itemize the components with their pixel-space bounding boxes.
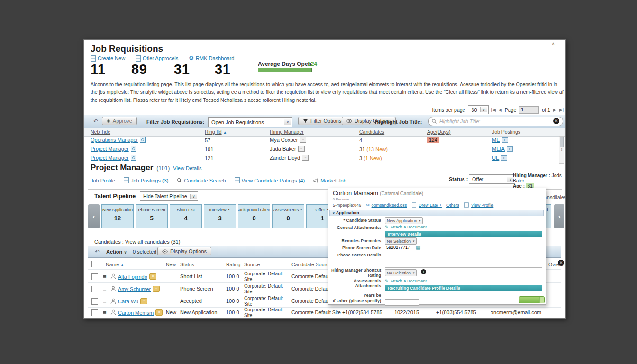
items-per-page-select[interactable]: 30 ∨ — [468, 105, 488, 114]
requisition-doc-icon[interactable] — [131, 155, 136, 161]
approve-button[interactable]: ◉ Approve — [102, 117, 137, 125]
pipeline-stage-short-list[interactable]: Short List4 — [170, 204, 202, 228]
candidate-name-link[interactable]: Alta Fojirndo — [118, 274, 147, 280]
pipeline-stage-phone-screen[interactable]: Phone Screen5 — [136, 204, 168, 228]
candidates-count-link[interactable]: 3 — [359, 155, 362, 161]
col-hiring-manager[interactable]: Hiring Manager — [270, 129, 304, 135]
years-input[interactable] — [385, 292, 419, 299]
scrollbar[interactable]: ⇕ — [559, 136, 564, 164]
overlay-link-3[interactable]: Others — [446, 203, 459, 208]
pipeline-stage-new-application[interactable]: New Application12 — [101, 204, 134, 228]
info-icon[interactable]: i — [421, 269, 426, 274]
external-window-icon[interactable]: ▸ — [502, 137, 508, 143]
person-icon[interactable] — [110, 286, 116, 292]
col-req-id[interactable]: Ring Ild ▲ — [205, 129, 227, 135]
undo-icon[interactable]: ↶ — [95, 248, 100, 255]
candidate-name-link[interactable]: Amy Schumer — [118, 286, 151, 292]
prev-page-icon[interactable]: ◀ — [499, 108, 502, 112]
scroll-resize-icon[interactable]: ⇕ — [559, 148, 564, 152]
pipeline-stage-interview[interactable]: Interview▼ 3 — [204, 204, 236, 228]
col-job-title[interactable]: Neb Tide — [91, 129, 110, 135]
col-age-days[interactable]: Age(Days) — [427, 129, 451, 135]
calendar-icon[interactable]: ▦ — [416, 244, 420, 250]
action-menu[interactable]: Action ∨ — [106, 249, 127, 255]
remotes-select[interactable]: No Selection ▾ — [385, 237, 417, 245]
job-title-link[interactable]: Project Manager — [91, 155, 129, 161]
save-button[interactable] — [519, 296, 545, 303]
undo-icon[interactable]: ↶ — [93, 118, 98, 125]
highlight-job-title-input[interactable] — [428, 117, 563, 126]
offer-approvals-link[interactable]: Otler Approcels — [136, 55, 178, 62]
job-title-link[interactable]: Project Manager — [91, 146, 129, 152]
select-all-checkbox[interactable] — [91, 261, 98, 267]
pipeline-stage-background-check[interactable]: Background Check0 — [238, 204, 270, 228]
attach-document-link[interactable]: ✎ Attach a Document — [385, 225, 427, 229]
attach-document-link[interactable]: ✎ Attach a Document — [385, 279, 427, 283]
if-other-input[interactable] — [385, 299, 419, 306]
tab-market-job[interactable]: Market Job — [313, 178, 346, 183]
status-select[interactable]: Offer ∨ — [469, 174, 515, 184]
phone-screen-details-textarea[interactable] — [385, 252, 542, 268]
col-name[interactable]: Name ▲ — [106, 262, 124, 267]
person-icon[interactable] — [110, 309, 116, 316]
filter-options-button[interactable]: Filter Options — [298, 117, 346, 125]
clear-search-icon[interactable]: ✕ — [553, 118, 559, 124]
hm-shortcut-rating-select[interactable]: No Selection ▾ — [385, 269, 417, 276]
candidates-count-link[interactable]: 31 — [359, 146, 365, 152]
tab-view-candidate-ratings[interactable]: View Candidate Ratings (4) — [235, 177, 305, 183]
job-title-link[interactable]: Operations Manager — [91, 137, 138, 143]
row-checkbox[interactable] — [91, 273, 98, 280]
row-checkbox[interactable] — [91, 286, 98, 292]
row-menu-icon[interactable]: ≡ — [103, 298, 107, 305]
row-menu-icon[interactable]: ≡ — [103, 309, 107, 316]
posting-link[interactable]: ME — [492, 137, 500, 143]
pipeline-scroll-right-button[interactable]: › — [554, 204, 564, 228]
external-window-icon[interactable]: ▸ — [501, 155, 507, 161]
posting-link[interactable]: MEIA — [492, 146, 505, 152]
external-window-icon[interactable]: ▸ — [507, 146, 513, 152]
pipeline-stage-assessments[interactable]: Assessments▼ 0 — [272, 204, 304, 228]
application-section-header[interactable]: ∨ Application — [329, 210, 544, 216]
requisition-doc-icon[interactable] — [131, 146, 136, 152]
person-icon[interactable] — [110, 273, 116, 280]
org-chart-icon[interactable]: ≡ — [300, 137, 306, 143]
view-details-link[interactable]: View Details — [173, 165, 201, 171]
col-job-postings[interactable]: Job Postings — [492, 129, 520, 135]
scrollbar-thumb[interactable] — [560, 137, 564, 147]
posting-link[interactable]: UE — [492, 155, 499, 161]
filter-requisitions-select[interactable]: Open Job Requisitions ∨ — [208, 117, 292, 127]
last-page-icon[interactable]: ▶| — [559, 108, 564, 112]
col-new[interactable]: New — [166, 262, 176, 267]
col-candidate-source[interactable]: Candidate Source — [291, 262, 331, 267]
row-menu-icon[interactable]: ≡ — [103, 273, 107, 280]
tab-job-profile[interactable]: Job Profile — [91, 178, 115, 183]
col-source[interactable]: Source — [244, 262, 260, 267]
candidate-name-link[interactable]: Cara Wu — [118, 299, 138, 304]
collapse-panel-icon[interactable]: ∧ — [551, 41, 555, 47]
rmk-dashboard-link[interactable]: ⚙ RMK Dashboard — [189, 55, 234, 62]
clear-search-icon[interactable]: ✕ — [558, 260, 564, 266]
display-options-button[interactable]: Display Options — [157, 247, 211, 255]
first-page-icon[interactable]: |◀ — [491, 108, 496, 112]
next-page-icon[interactable]: ▶ — [553, 108, 556, 112]
candidate-name-link[interactable]: Carton Memsm — [118, 310, 154, 316]
phone-screen-date-input[interactable] — [385, 244, 415, 250]
talent-pipeline-toggle[interactable]: Hide Talent Pipeline ∨ — [140, 191, 198, 201]
pipeline-scroll-left-button[interactable]: ‹ — [88, 204, 100, 228]
requisition-doc-icon[interactable] — [140, 137, 146, 143]
candidates-count-link[interactable]: 4 — [359, 137, 362, 143]
tab-candidate-search[interactable]: Candidate Search — [177, 178, 226, 183]
row-checkbox[interactable] — [91, 298, 98, 305]
org-chart-icon[interactable]: ≡ — [298, 146, 305, 152]
org-chart-icon[interactable]: ≡ — [302, 155, 309, 161]
col-rating[interactable]: Rating — [226, 262, 240, 267]
overlay-link-2[interactable]: Drew Late + — [411, 202, 442, 208]
person-icon[interactable] — [110, 298, 116, 304]
col-status[interactable]: Status — [180, 262, 194, 267]
overlay-view-profile-link[interactable]: View Profile — [464, 202, 493, 208]
candidate-status-select[interactable]: New Application ▾ — [385, 217, 423, 224]
col-candidates[interactable]: Candidates — [359, 129, 384, 135]
row-checkbox[interactable] — [91, 309, 98, 316]
tab-job-postings[interactable]: Job Postings (3) — [124, 177, 168, 183]
overlay-email-link[interactable]: ✉ oomsandjcsed.oss — [366, 203, 407, 208]
